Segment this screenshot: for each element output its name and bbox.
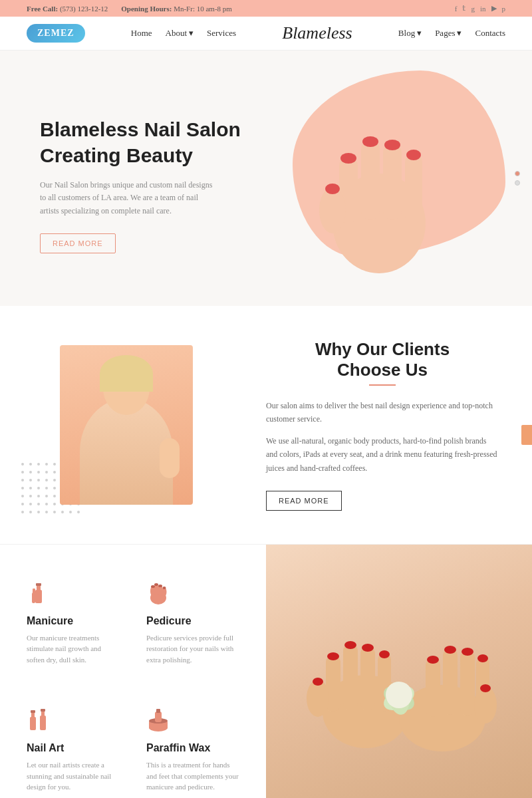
top-bar: Free Call: (573) 123-12-12 Opening Hours… — [0, 0, 532, 17]
svg-rect-30 — [40, 716, 46, 730]
why-image-column — [0, 306, 253, 544]
why-portrait — [60, 345, 193, 505]
nail-art-description: Let our nail artists create a stunning a… — [27, 759, 120, 793]
svg-rect-4 — [405, 154, 422, 223]
twitter-icon[interactable]: 𝕥 — [462, 4, 466, 13]
manicure-description: Our manicure treatments stimulate nail g… — [27, 632, 120, 666]
why-content-column: Why Our ClientsChoose Us Our salon aims … — [253, 306, 532, 544]
svg-point-59 — [480, 684, 491, 692]
pedicure-description: Pedicure services provide full restorati… — [146, 632, 239, 666]
svg-point-57 — [462, 648, 473, 656]
main-nav-right: Blog ▾ Pages ▾ Contacts — [398, 28, 505, 39]
svg-rect-15 — [36, 583, 41, 586]
svg-point-24 — [154, 583, 158, 586]
hero-content: Blameless Nail SalonCreating Beauty Our … — [40, 116, 266, 253]
svg-point-9 — [406, 150, 421, 160]
why-title: Why Our ClientsChoose Us — [266, 339, 499, 380]
svg-point-44 — [327, 652, 339, 660]
youtube-icon[interactable]: ▶ — [491, 4, 497, 13]
nav-about[interactable]: About ▾ — [166, 28, 194, 39]
svg-rect-16 — [32, 593, 35, 603]
svg-point-47 — [379, 650, 390, 658]
slide-dot-1[interactable] — [515, 171, 520, 176]
svg-rect-3 — [383, 144, 402, 220]
free-call-label: Free Call: (573) 123-12-12 — [27, 5, 108, 13]
pedicure-icon — [146, 578, 170, 607]
top-bar-contact: Free Call: (573) 123-12-12 Opening Hours… — [27, 5, 232, 13]
svg-point-45 — [344, 641, 356, 649]
header-logo: Blameless — [282, 23, 352, 43]
header: ZEMEZ Home About ▾ Services Blameless Bl… — [0, 17, 532, 51]
nav-contacts[interactable]: Contacts — [475, 28, 505, 39]
linkedin-icon[interactable]: in — [480, 5, 486, 13]
pages-chevron-icon: ▾ — [457, 28, 462, 39]
services-image-bg — [266, 545, 532, 798]
manicure-title: Manicure — [27, 615, 73, 627]
nav-pages[interactable]: Pages ▾ — [435, 28, 462, 39]
pedicure-title: Pedicure — [146, 615, 192, 627]
paraffin-wax-title: Paraffin Wax — [146, 742, 210, 754]
hero-cta-button[interactable]: READ MORE — [40, 233, 116, 253]
manicure-icon — [27, 578, 51, 607]
svg-point-48 — [313, 678, 323, 686]
section-tab — [521, 425, 532, 445]
nail-art-icon — [27, 705, 51, 734]
nav-home[interactable]: Home — [131, 28, 152, 39]
svg-point-6 — [340, 153, 356, 164]
svg-rect-40 — [343, 644, 358, 710]
googleplus-icon[interactable]: g — [471, 5, 475, 13]
services-hands-image — [286, 612, 512, 758]
why-section: Why Our ClientsChoose Us Our salon aims … — [0, 306, 532, 544]
svg-rect-36 — [155, 712, 162, 722]
svg-rect-51 — [443, 648, 458, 715]
hero-description: Our Nail Salon brings unique and custom … — [40, 179, 213, 217]
svg-point-55 — [427, 656, 439, 664]
svg-rect-50 — [426, 658, 440, 717]
svg-point-56 — [444, 646, 456, 654]
paraffin-wax-description: This is a treatment for hands and feet t… — [146, 759, 239, 793]
why-text-1: Our salon aims to deliver the best nail … — [266, 399, 499, 426]
pinterest-icon[interactable]: p — [502, 5, 506, 13]
services-section: Manicure Our manicure treatments stimula… — [0, 544, 532, 798]
main-nav: Home About ▾ Services — [131, 28, 236, 39]
service-paraffin-wax: Paraffin Wax This is a treatment for han… — [133, 685, 253, 798]
nail-art-title: Nail Art — [27, 742, 64, 754]
services-image — [266, 545, 532, 798]
facebook-icon[interactable]: f — [455, 5, 458, 13]
service-pedicure: Pedicure Pedicure services provide full … — [133, 558, 253, 686]
why-cta-button[interactable]: READ MORE — [266, 491, 342, 511]
svg-point-7 — [362, 136, 378, 147]
svg-rect-29 — [31, 710, 35, 713]
svg-point-63 — [386, 682, 412, 708]
blog-chevron-icon: ▾ — [417, 28, 422, 39]
svg-point-8 — [384, 140, 400, 150]
about-chevron-icon: ▾ — [189, 28, 194, 39]
svg-rect-17 — [33, 589, 35, 594]
svg-point-58 — [477, 654, 488, 662]
svg-rect-27 — [30, 717, 36, 730]
slide-dot-2[interactable] — [515, 180, 520, 186]
hero-hand-image — [303, 104, 456, 277]
zemez-logo[interactable]: ZEMEZ — [27, 24, 85, 43]
opening-hours-label: Opening Hours: Mn-Fr: 10 am-8 pm — [121, 5, 232, 13]
hero-image-area — [266, 90, 492, 279]
svg-rect-37 — [156, 709, 160, 713]
svg-rect-41 — [360, 646, 375, 710]
hero-section: Blameless Nail SalonCreating Beauty Our … — [0, 51, 532, 306]
social-links: f 𝕥 g in ▶ p — [455, 4, 505, 13]
service-nail-art: Nail Art Let our nail artists create a s… — [13, 685, 133, 798]
svg-point-25 — [158, 585, 162, 587]
nav-blog[interactable]: Blog ▾ — [398, 28, 422, 39]
hero-title: Blameless Nail SalonCreating Beauty — [40, 116, 266, 168]
paraffin-wax-icon — [146, 705, 170, 734]
svg-rect-52 — [460, 650, 475, 716]
why-text-2: We use all-natural, organic body product… — [266, 434, 499, 475]
svg-point-26 — [163, 587, 166, 589]
svg-rect-32 — [41, 709, 45, 712]
service-manicure: Manicure Our manicure treatments stimula… — [13, 558, 133, 686]
svg-rect-13 — [35, 590, 42, 603]
side-navigation-dots — [515, 171, 520, 186]
nav-services[interactable]: Services — [207, 28, 236, 39]
svg-rect-2 — [361, 140, 380, 220]
svg-point-10 — [325, 184, 340, 194]
